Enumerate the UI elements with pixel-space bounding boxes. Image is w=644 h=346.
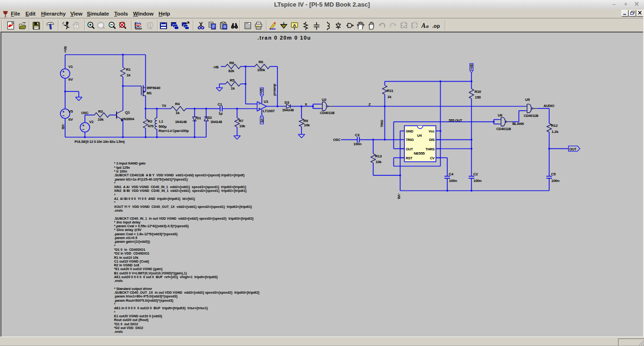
svg-text:10k: 10k bbox=[376, 160, 382, 164]
svg-text:DIS: DIS bbox=[429, 138, 435, 142]
svg-text:OSC: OSC bbox=[81, 111, 89, 115]
svg-text:R6: R6 bbox=[259, 59, 263, 64]
svg-text:+VB: +VB bbox=[469, 64, 473, 70]
svg-text:1µ: 1µ bbox=[218, 111, 223, 115]
svg-text:R8: R8 bbox=[229, 60, 234, 65]
svg-text:-VB: -VB bbox=[61, 124, 65, 130]
svg-text:OUT: OUT bbox=[406, 147, 413, 151]
svg-text:150: 150 bbox=[475, 95, 481, 99]
svg-text:RST: RST bbox=[406, 156, 413, 160]
svg-text:1k: 1k bbox=[126, 73, 131, 77]
svg-text:IRF9640: IRF9640 bbox=[147, 86, 160, 90]
svg-text:D1: D1 bbox=[197, 115, 201, 120]
svg-text:Rser=1.4 Cpar=200p: Rser=1.4 Cpar=200p bbox=[159, 129, 189, 133]
svg-text:10k: 10k bbox=[98, 117, 104, 122]
svg-text:CD4011B: CD4011B bbox=[320, 110, 335, 115]
svg-text:THRS: THRS bbox=[425, 147, 435, 151]
svg-text:U1: U1 bbox=[264, 99, 268, 104]
svg-text:555 OUT: 555 OUT bbox=[449, 118, 462, 122]
svg-text:R7: R7 bbox=[239, 118, 243, 123]
svg-text:TX: TX bbox=[162, 104, 166, 108]
svg-text:100k: 100k bbox=[257, 67, 265, 72]
svg-text:10k: 10k bbox=[304, 123, 310, 127]
svg-text:.tran 0 20m 0 10u: .tran 0 20m 0 10u bbox=[257, 35, 311, 41]
svg-text:500µ: 500µ bbox=[159, 124, 167, 128]
svg-text:C3: C3 bbox=[355, 133, 360, 137]
svg-text:R12: R12 bbox=[551, 124, 558, 128]
svg-text:R3: R3 bbox=[98, 109, 103, 114]
svg-text:LT1007: LT1007 bbox=[263, 109, 275, 113]
svg-text:470: 470 bbox=[148, 124, 154, 128]
svg-text:U5: U5 bbox=[525, 98, 530, 102]
svg-text:-VB: -VB bbox=[260, 117, 263, 123]
svg-text:82k: 82k bbox=[228, 68, 234, 73]
svg-text:preamp: preamp bbox=[272, 83, 276, 95]
svg-text:+VB: +VB bbox=[260, 88, 263, 94]
svg-text:Z: Z bbox=[368, 102, 371, 107]
svg-text:R5: R5 bbox=[230, 78, 234, 82]
svg-text:Vcc: Vcc bbox=[428, 129, 435, 133]
svg-text:TRIG: TRIG bbox=[406, 138, 414, 142]
svg-text:L1: L1 bbox=[159, 119, 164, 123]
svg-text:R2: R2 bbox=[148, 119, 152, 123]
svg-text:U4: U4 bbox=[417, 133, 422, 138]
svg-text:R9: R9 bbox=[303, 118, 308, 123]
svg-text:U6: U6 bbox=[498, 113, 502, 117]
svg-text:C1: C1 bbox=[217, 102, 222, 107]
svg-text:6V: 6V bbox=[68, 117, 73, 122]
svg-text:R10: R10 bbox=[474, 90, 481, 94]
svg-text:100n: 100n bbox=[449, 179, 457, 183]
svg-text:100n: 100n bbox=[353, 141, 361, 146]
svg-text:1k: 1k bbox=[387, 95, 392, 99]
svg-text:1N4148: 1N4148 bbox=[175, 119, 187, 124]
svg-text:CD4011B: CD4011B bbox=[496, 127, 511, 131]
svg-text:R11: R11 bbox=[387, 89, 393, 93]
svg-text:V1: V1 bbox=[68, 64, 73, 68]
svg-text:U2: U2 bbox=[322, 98, 326, 102]
svg-text:C2: C2 bbox=[473, 172, 478, 176]
svg-text:AUDIO: AUDIO bbox=[544, 103, 554, 107]
svg-text:1N4148: 1N4148 bbox=[210, 119, 222, 124]
svg-text:BLANK: BLANK bbox=[512, 121, 525, 125]
svg-text:D2: D2 bbox=[208, 115, 212, 119]
svg-text:V5: V5 bbox=[68, 109, 73, 114]
svg-text:V2: V2 bbox=[89, 120, 94, 124]
svg-text:C4: C4 bbox=[449, 172, 453, 176]
svg-text:6V: 6V bbox=[68, 77, 73, 81]
svg-text:NE555: NE555 bbox=[414, 151, 425, 155]
svg-text:2N3904: 2N3904 bbox=[122, 116, 134, 121]
svg-text:GND: GND bbox=[406, 129, 414, 133]
svg-text:D3: D3 bbox=[284, 100, 289, 104]
svg-text:-VB: -VB bbox=[397, 193, 401, 199]
svg-text:1N4148: 1N4148 bbox=[282, 107, 294, 112]
svg-text:Q1: Q1 bbox=[125, 110, 130, 115]
svg-text:R13: R13 bbox=[375, 154, 382, 158]
svg-text:+VB: +VB bbox=[63, 46, 67, 53]
svg-text:A: A bbox=[293, 23, 296, 28]
svg-text:100n: 100n bbox=[473, 179, 481, 183]
svg-text:1k: 1k bbox=[231, 86, 235, 90]
svg-text:C5: C5 bbox=[551, 172, 556, 176]
svg-text:OUT: OUT bbox=[569, 147, 577, 151]
svg-text:-VB: -VB bbox=[213, 65, 219, 69]
svg-text:A: A bbox=[421, 22, 426, 29]
svg-text:PULSE(0 12 0 10n 10n 82u 1.5m): PULSE(0 12 0 10n 10n 82u 1.5m) bbox=[75, 139, 125, 143]
svg-text:1.2k: 1.2k bbox=[552, 129, 559, 133]
svg-text:1k: 1k bbox=[176, 110, 180, 115]
svg-text:R4: R4 bbox=[175, 101, 180, 106]
svg-text:R1: R1 bbox=[126, 67, 131, 72]
svg-text:OSC: OSC bbox=[333, 138, 341, 142]
svg-text:M1: M1 bbox=[147, 91, 152, 95]
svg-text:.op: .op bbox=[432, 23, 440, 29]
svg-text:a: a bbox=[426, 23, 429, 29]
svg-text:100n: 100n bbox=[551, 179, 559, 183]
svg-text:TRIG: TRIG bbox=[380, 119, 384, 127]
svg-text:10k: 10k bbox=[239, 124, 245, 128]
svg-text:CV: CV bbox=[430, 156, 435, 160]
svg-text:CD4011B: CD4011B bbox=[524, 114, 539, 118]
